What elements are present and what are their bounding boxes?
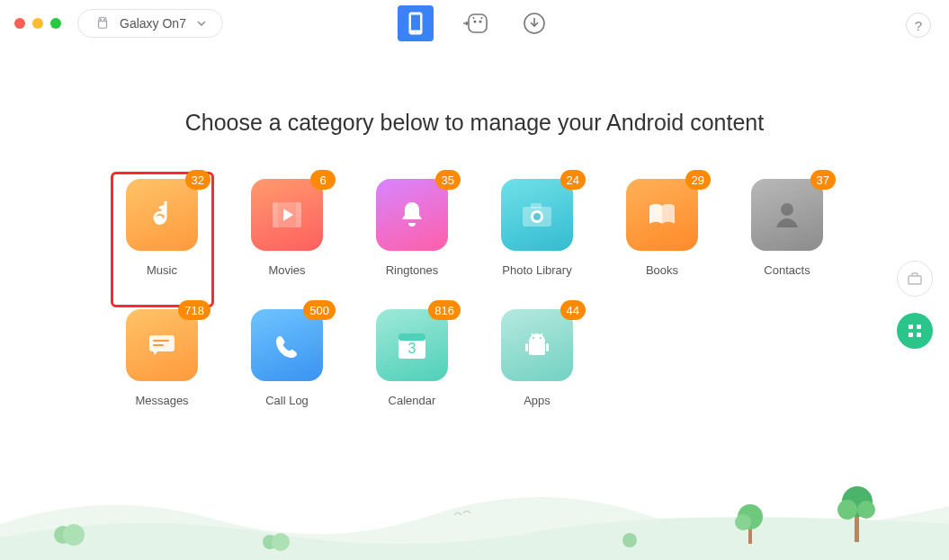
svg-rect-11: [273, 202, 278, 227]
chevron-down-icon: [197, 19, 206, 28]
category-label: Music: [147, 263, 177, 277]
svg-point-4: [415, 31, 416, 33]
grid-icon: [907, 323, 923, 339]
books-icon: 29: [626, 179, 698, 251]
svg-rect-24: [529, 342, 545, 355]
svg-rect-5: [469, 14, 487, 32]
category-label: Messages: [135, 394, 188, 407]
traffic-lights: [14, 18, 61, 29]
count-badge: 718: [178, 300, 210, 320]
svg-rect-29: [909, 276, 921, 284]
page-heading: Choose a category below to manage your A…: [0, 110, 949, 136]
category-music[interactable]: 32 Music: [120, 179, 205, 277]
download-icon: [523, 12, 546, 35]
svg-point-6: [474, 21, 476, 22]
svg-point-38: [622, 533, 637, 547]
count-badge: 24: [560, 170, 586, 190]
toolbar-center: [398, 5, 552, 41]
category-label: Contacts: [764, 263, 810, 277]
svg-point-44: [837, 500, 857, 520]
android-transfer-button[interactable]: [457, 5, 493, 41]
device-name: Galaxy On7: [120, 16, 186, 31]
category-books[interactable]: 29 Books: [620, 179, 705, 277]
svg-rect-19: [153, 340, 169, 342]
category-contacts[interactable]: 37 Contacts: [745, 179, 830, 277]
movies-icon: 6: [251, 179, 323, 251]
briefcase-icon: [906, 270, 924, 288]
svg-point-34: [54, 526, 72, 544]
device-tab-button[interactable]: [398, 5, 434, 41]
android-icon: [94, 15, 111, 31]
count-badge: 32: [185, 170, 210, 190]
svg-point-1: [103, 19, 104, 20]
svg-rect-33: [917, 333, 921, 337]
phone-call-icon: 500: [251, 309, 323, 381]
side-float-buttons: [897, 261, 933, 349]
category-label: Ringtones: [386, 263, 439, 277]
main-content: Choose a category below to manage your A…: [0, 47, 949, 407]
category-label: Calendar: [389, 394, 436, 407]
svg-text:3: 3: [408, 341, 416, 356]
category-messages[interactable]: 718 Messages: [120, 309, 205, 407]
svg-rect-3: [410, 14, 420, 31]
svg-rect-14: [531, 203, 542, 209]
svg-rect-18: [149, 335, 175, 351]
svg-rect-39: [748, 524, 752, 544]
category-label: Call Log: [265, 394, 309, 407]
svg-rect-32: [909, 333, 913, 337]
grid-view-button[interactable]: [897, 313, 933, 349]
svg-rect-31: [917, 324, 921, 329]
category-calendar[interactable]: 3 816 Calendar: [370, 309, 455, 407]
svg-rect-20: [153, 344, 164, 346]
svg-rect-12: [296, 202, 301, 227]
download-button[interactable]: [516, 5, 552, 41]
phone-icon: [406, 12, 425, 35]
svg-point-45: [857, 501, 875, 519]
count-badge: 37: [810, 170, 836, 190]
count-badge: 6: [310, 170, 336, 190]
calendar-icon: 3 816: [376, 309, 448, 381]
android-transfer-icon: [461, 12, 488, 35]
category-ringtones[interactable]: 35 Ringtones: [370, 179, 455, 277]
messages-icon: 718: [126, 309, 198, 381]
svg-rect-25: [525, 343, 528, 351]
svg-point-43: [842, 486, 873, 517]
category-label: Books: [646, 263, 678, 277]
category-label: Photo Library: [502, 263, 571, 277]
apps-icon: 44: [501, 309, 573, 381]
category-movies[interactable]: 6 Movies: [245, 179, 330, 277]
close-window-button[interactable]: [14, 18, 25, 29]
svg-point-9: [155, 216, 164, 225]
device-selector[interactable]: Galaxy On7: [77, 9, 223, 38]
count-badge: 816: [428, 300, 461, 320]
count-badge: 29: [685, 170, 711, 190]
svg-point-16: [533, 213, 541, 220]
svg-rect-26: [546, 343, 549, 351]
help-button[interactable]: ?: [906, 13, 931, 38]
toolbox-button[interactable]: [897, 261, 933, 297]
category-label: Movies: [268, 263, 305, 277]
category-grid: 32 Music 6 Movies 35 Ringtones 24: [120, 179, 830, 407]
svg-point-36: [263, 535, 277, 549]
svg-point-40: [738, 504, 763, 529]
camera-icon: 24: [501, 179, 573, 251]
music-icon: 32: [126, 179, 198, 251]
count-badge: 500: [303, 300, 336, 320]
svg-point-27: [533, 337, 534, 339]
window-titlebar: Galaxy On7 ?: [0, 0, 949, 47]
count-badge: 44: [560, 300, 586, 320]
contacts-icon: 37: [751, 179, 823, 251]
count-badge: 35: [435, 170, 461, 190]
zoom-window-button[interactable]: [50, 18, 61, 29]
category-photo-library[interactable]: 24 Photo Library: [495, 179, 580, 277]
svg-point-37: [272, 533, 290, 551]
category-call-log[interactable]: 500 Call Log: [245, 309, 330, 407]
svg-point-28: [540, 337, 542, 339]
svg-point-41: [735, 514, 751, 530]
svg-point-35: [63, 524, 85, 546]
minimize-window-button[interactable]: [32, 18, 43, 29]
ringtones-icon: 35: [376, 179, 448, 251]
svg-rect-42: [855, 511, 859, 542]
svg-point-17: [781, 203, 793, 216]
category-apps[interactable]: 44 Apps: [495, 309, 580, 407]
